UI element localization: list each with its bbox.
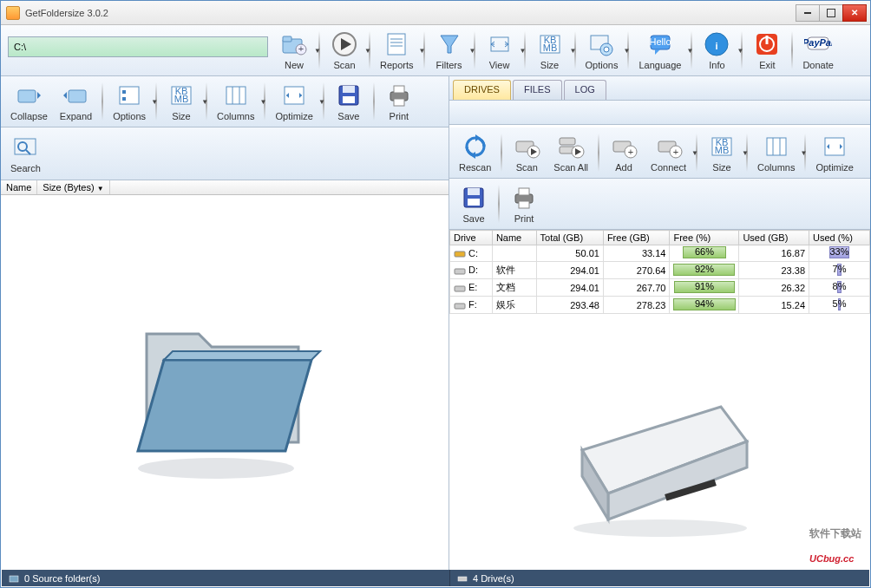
col-name[interactable]: Name [1, 180, 37, 194]
rescan-button[interactable]: Rescan [453, 130, 497, 175]
path-value: C:\ [14, 42, 26, 52]
svg-rect-90 [455, 304, 465, 309]
right-columns-button[interactable]: Columns▼ [751, 130, 801, 175]
table-row[interactable]: E:文档294.01267.7091%26.328% [450, 279, 870, 297]
new-button[interactable]: + New▼ [273, 28, 315, 73]
titlebar: GetFoldersize 3.0.2 [1, 1, 870, 25]
svg-marker-55 [164, 351, 320, 360]
paypal-icon: PayPal [804, 30, 832, 58]
right-drive-illustration [449, 314, 870, 577]
view-button[interactable]: View▼ [479, 28, 521, 73]
svg-rect-87 [455, 252, 465, 257]
col-size[interactable]: Size (Bytes) ▼ [37, 180, 109, 194]
info-button[interactable]: i Info▼ [696, 28, 737, 73]
svg-rect-45 [343, 86, 355, 93]
kb-mb-icon: KBMB [167, 82, 195, 109]
right-print-button[interactable]: Print [503, 181, 545, 226]
refresh-icon [462, 133, 489, 160]
svg-text:Hello: Hello [649, 36, 671, 47]
left-save-button[interactable]: Save [328, 79, 370, 124]
right-scan-button[interactable]: Scan [506, 130, 547, 175]
app-icon [6, 6, 20, 20]
left-column-headers: Name Size (Bytes) ▼ [1, 180, 449, 195]
svg-rect-82 [468, 188, 480, 195]
svg-rect-97 [458, 577, 467, 581]
search-button[interactable]: Search [4, 131, 47, 176]
arrows-horizontal-icon [486, 30, 514, 58]
left-toolbar-2: Search [1, 127, 449, 180]
table-row[interactable]: C:50.0133.1466%16.8733% [450, 245, 870, 262]
folder-expand-icon [62, 82, 89, 109]
th-used[interactable]: Used (GB) [739, 231, 809, 245]
svg-text:PayPal: PayPal [804, 37, 832, 48]
svg-rect-48 [394, 86, 404, 93]
sort-desc-icon: ▼ [97, 185, 104, 193]
th-free[interactable]: Free (GB) [603, 231, 670, 245]
reports-icon [383, 30, 410, 58]
donate-button[interactable]: PayPal Donate [796, 28, 839, 73]
svg-rect-49 [394, 99, 404, 106]
svg-marker-31 [63, 92, 67, 99]
drive-small-icon [457, 573, 468, 584]
scan-button[interactable]: Scan▼ [324, 28, 365, 73]
connect-button[interactable]: + Connect▼ [645, 130, 692, 175]
play-icon [331, 30, 358, 58]
power-icon [753, 30, 781, 58]
svg-rect-75 [767, 138, 786, 155]
svg-rect-83 [468, 199, 480, 206]
svg-rect-85 [519, 188, 529, 195]
columns-icon [222, 82, 250, 109]
right-save-button[interactable]: Save [453, 181, 494, 226]
expand-button[interactable]: Expand [54, 79, 98, 124]
svg-marker-54 [138, 360, 311, 451]
tab-files[interactable]: FILES [513, 80, 562, 100]
collapse-button[interactable]: Collapse [4, 79, 54, 124]
close-button[interactable] [842, 4, 867, 22]
path-input[interactable]: C:\ [8, 36, 268, 57]
svg-text:MB: MB [715, 145, 730, 155]
status-right: 4 Drive(s) [473, 573, 514, 584]
svg-text:+: + [672, 147, 678, 157]
svg-rect-62 [560, 138, 575, 145]
folder-new-icon: + [280, 30, 308, 58]
maximize-button[interactable] [819, 4, 843, 22]
save-icon [335, 82, 363, 109]
left-optimize-button[interactable]: Optimize▼ [269, 79, 318, 124]
scan-all-button[interactable]: Scan All [547, 130, 594, 175]
drive-connect-icon: + [655, 133, 683, 160]
svg-rect-88 [455, 269, 465, 274]
minimize-button[interactable] [796, 4, 820, 22]
svg-text:MB: MB [174, 94, 189, 104]
table-row[interactable]: F:娱乐293.48278.2394%15.245% [450, 297, 870, 314]
th-free-pct[interactable]: Free (%) [670, 231, 739, 245]
status-left: 0 Source folder(s) [24, 573, 100, 584]
add-button[interactable]: + Add [603, 130, 645, 175]
th-used-pct[interactable]: Used (%) [809, 231, 870, 245]
th-name[interactable]: Name [492, 231, 536, 245]
reports-button[interactable]: Reports▼ [374, 28, 420, 73]
tab-log[interactable]: LOG [564, 80, 606, 100]
left-print-button[interactable]: Print [378, 79, 420, 124]
save-icon [460, 184, 488, 212]
gear-icon [587, 30, 615, 58]
svg-rect-1 [283, 36, 291, 42]
th-total[interactable]: Total (GB) [536, 231, 603, 245]
svg-point-56 [138, 458, 294, 479]
right-optimize-button[interactable]: Optimize [809, 130, 859, 175]
table-row[interactable]: D:软件294.01270.6492%23.387% [450, 262, 870, 279]
filters-button[interactable]: Filters▼ [429, 28, 470, 73]
left-columns-button[interactable]: Columns▼ [211, 79, 260, 124]
tab-drives[interactable]: DRIVES [453, 80, 511, 100]
size-button[interactable]: KBMB Size▼ [529, 28, 571, 73]
print-icon [385, 82, 413, 109]
drive-table: Drive Name Total (GB) Free (GB) Free (%)… [449, 230, 870, 314]
options-button[interactable]: Options▼ [580, 28, 625, 73]
svg-rect-96 [10, 576, 18, 582]
right-size-button[interactable]: KBMB Size▼ [701, 130, 743, 175]
left-size-button[interactable]: KBMB Size▼ [160, 79, 202, 124]
th-drive[interactable]: Drive [450, 231, 493, 245]
language-button[interactable]: Hello Language▼ [632, 28, 687, 73]
right-toolbar: Rescan Scan Scan All + Add + Connect▼ [449, 127, 870, 179]
exit-button[interactable]: Exit [746, 28, 788, 73]
left-options-button[interactable]: Options▼ [107, 79, 152, 124]
